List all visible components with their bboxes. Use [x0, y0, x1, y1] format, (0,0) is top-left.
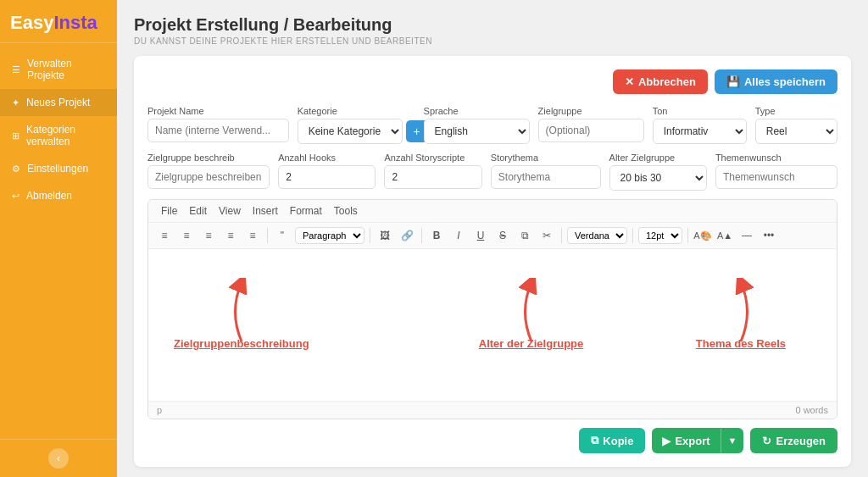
form-row-1: Projekt Name Kategorie Keine Kategorie +… — [147, 106, 837, 144]
neues-icon: ✦ — [12, 97, 19, 108]
storythema-input[interactable] — [491, 165, 601, 189]
fg-zielgruppe: Zielgruppe — [538, 106, 644, 144]
fg-zielgruppe-beschreib: Zielgruppe beschreib — [147, 153, 270, 191]
sidebar-item-verwalten[interactable]: ☰ Verwalten Projekte — [0, 50, 117, 89]
scissors-btn[interactable]: ✂ — [537, 226, 556, 245]
sidebar: EasyInsta ☰ Verwalten Projekte ✦ Neues P… — [0, 0, 117, 477]
themenwunsch-input[interactable] — [715, 165, 837, 189]
image-btn[interactable]: 🖼 — [376, 226, 394, 245]
export-button[interactable]: ▶ Export — [652, 428, 720, 453]
menu-format[interactable]: Format — [284, 202, 328, 219]
storyscripts-label: Anzahl Storyscripte — [384, 153, 481, 163]
highlight-btn[interactable]: A▲ — [715, 226, 734, 245]
fg-anzahl-storyscripte: Anzahl Storyscripte — [384, 153, 481, 191]
blockquote-btn[interactable]: " — [273, 226, 292, 245]
kategorien-icon: ⊞ — [12, 130, 19, 141]
form-row-2: Zielgruppe beschreib Anzahl Hooks Anzahl… — [147, 153, 837, 191]
zielgruppe-annotation-label: Zielgruppenbeschreibung — [174, 337, 309, 350]
toolbar-divider-2 — [370, 228, 370, 243]
kategorie-select[interactable]: Keine Kategorie — [298, 119, 403, 144]
sidebar-item-abmelden[interactable]: ↩ Abmelden — [0, 182, 117, 209]
toolbar-divider-6 — [687, 228, 688, 243]
annotation-zielgruppe: Zielgruppenbeschreibung — [174, 278, 309, 350]
paragraph-select[interactable]: Paragraph — [295, 227, 364, 244]
strikethrough-btn[interactable]: S — [493, 226, 512, 245]
bold-btn[interactable]: B — [427, 226, 446, 245]
einstellungen-icon: ⚙ — [12, 164, 20, 175]
ton-select[interactable]: Informativ — [653, 119, 747, 144]
editor-footer-words: 0 words — [795, 405, 828, 415]
align-center-btn[interactable]: ≡ — [177, 226, 196, 245]
zielgruppe-input[interactable] — [538, 119, 644, 142]
logo-easy: Easy — [10, 12, 53, 33]
more-btn[interactable]: ••• — [760, 226, 778, 245]
sidebar-item-neues[interactable]: ✦ Neues Projekt — [0, 89, 117, 116]
fg-sprache: Sprache English Deutsch — [424, 106, 530, 144]
export-button-group: ▶ Export ▼ — [652, 428, 743, 453]
menu-edit[interactable]: Edit — [183, 202, 213, 219]
editor-footer-p: p — [157, 405, 162, 415]
zb-input[interactable] — [147, 165, 270, 189]
hr-btn[interactable]: — — [737, 226, 756, 245]
cancel-icon: ✕ — [625, 75, 634, 88]
main-card: ✕ Abbrechen 💾 Alles speichern Projekt Na… — [134, 56, 851, 467]
projekt-name-label: Projekt Name — [147, 106, 289, 116]
sidebar-nav: ☰ Verwalten Projekte ✦ Neues Projekt ⊞ K… — [0, 43, 117, 439]
page-title: Projekt Erstellung / Bearbeitung — [134, 15, 851, 35]
align-justify-btn[interactable]: ≡ — [221, 226, 240, 245]
copy-format-btn[interactable]: ⧉ — [515, 226, 534, 245]
projekt-name-input[interactable] — [147, 119, 289, 142]
toolbar-divider-1 — [267, 228, 268, 243]
export-dropdown-arrow[interactable]: ▼ — [721, 428, 744, 453]
toolbar-divider-3 — [421, 228, 422, 243]
toolbar-divider-4 — [561, 228, 562, 243]
align-right-btn[interactable]: ≡ — [199, 226, 218, 245]
type-select[interactable]: Reel — [755, 119, 837, 144]
annotation-alter: Alter der Zielgruppe — [479, 278, 584, 350]
menu-tools[interactable]: Tools — [328, 202, 364, 219]
font-color-btn[interactable]: A🎨 — [693, 226, 712, 245]
sidebar-item-label: Abmelden — [26, 190, 72, 202]
sidebar-item-label: Einstellungen — [27, 163, 88, 175]
indent-btn[interactable]: ≡ — [243, 226, 262, 245]
erzeugen-button[interactable]: ↻ Erzeugen — [750, 428, 837, 453]
editor-toolbar: ≡ ≡ ≡ ≡ ≡ " Paragraph 🖼 🔗 B I U S ⧉ ✂ — [148, 223, 837, 249]
align-left-btn[interactable]: ≡ — [155, 226, 174, 245]
fg-type: Type Reel — [755, 106, 837, 144]
sidebar-item-einstellungen[interactable]: ⚙ Einstellungen — [0, 155, 117, 182]
menu-view[interactable]: View — [213, 202, 247, 219]
collapse-button[interactable]: ‹ — [48, 448, 69, 469]
storyscripts-input[interactable] — [384, 165, 481, 189]
ton-label: Ton — [653, 106, 747, 116]
sprache-select[interactable]: English Deutsch — [424, 119, 530, 144]
font-family-select[interactable]: Verdana — [567, 227, 627, 244]
fg-ton: Ton Informativ — [653, 106, 747, 144]
alter-select[interactable]: 20 bis 30 — [609, 165, 707, 191]
underline-btn[interactable]: U — [471, 226, 490, 245]
kategorie-label: Kategorie — [298, 106, 415, 116]
alter-annotation-label: Alter der Zielgruppe — [479, 337, 584, 350]
type-label: Type — [755, 106, 837, 116]
kopie-button[interactable]: ⧉ Kopie — [579, 428, 645, 453]
sidebar-item-kategorien[interactable]: ⊞ Kategorien verwalten — [0, 116, 117, 155]
logo-insta: Insta — [53, 12, 97, 33]
abbrechen-button[interactable]: ✕ Abbrechen — [613, 69, 708, 94]
toolbar-divider-5 — [632, 228, 633, 243]
italic-btn[interactable]: I — [449, 226, 468, 245]
menu-insert[interactable]: Insert — [247, 202, 284, 219]
editor-body[interactable]: Zielgruppenbeschreibung Alter der Zielgr… — [148, 249, 837, 401]
themenwunsch-label: Themenwunsch — [715, 153, 837, 163]
font-size-select[interactable]: 12pt — [638, 227, 682, 244]
link-btn[interactable]: 🔗 — [398, 226, 416, 245]
sidebar-item-label: Neues Projekt — [26, 97, 90, 108]
menu-file[interactable]: File — [155, 202, 183, 219]
sprache-label: Sprache — [424, 106, 530, 116]
erzeugen-icon: ↻ — [762, 435, 771, 447]
hooks-input[interactable] — [278, 165, 376, 189]
fg-storythema: Storythema — [491, 153, 601, 191]
fg-kategorie: Kategorie Keine Kategorie + — [298, 106, 415, 144]
sidebar-item-label: Kategorien verwalten — [26, 124, 105, 147]
alles-speichern-button[interactable]: 💾 Alles speichern — [715, 69, 837, 94]
bottom-buttons: ⧉ Kopie ▶ Export ▼ ↻ Erzeugen — [147, 428, 837, 453]
fg-themenwunsch: Themenwunsch — [715, 153, 837, 191]
